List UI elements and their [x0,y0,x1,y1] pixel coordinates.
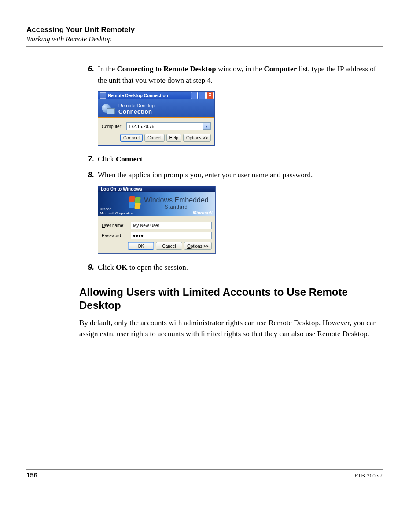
bold-text: OK [116,263,127,272]
text: window, in the [216,65,264,73]
step-7: 7. Click Connect. [79,154,383,165]
password-label: Password: [102,233,128,238]
text: In the [98,65,117,73]
options-button[interactable]: Options >> [183,134,211,142]
computer-value: 172.16.20.76 [129,124,154,129]
logon-button-row: OK Cancel Options >> [102,242,212,250]
step-number: 6. [79,63,98,86]
rdc-body: Computer: 172.16.20.76 ▾ Connect Cancel … [98,118,214,145]
computer-label: Computer: [102,124,123,129]
copyright-line2: Microsoft Corporation [100,212,133,216]
password-row: Password: ●●●● [102,232,212,239]
section-paragraph: By default, only the accounts with admin… [79,317,383,340]
step-8: 8. When the application prompts you, ent… [79,169,383,181]
rdc-window: Remote Desktop Connection _ □ X Remote D… [98,91,215,146]
copyright-text: © 2008 Microsoft Corporation [100,208,133,216]
step-number: 7. [79,154,98,165]
rdc-banner-text: Remote Desktop Connection [118,103,155,115]
section-heading: Allowing Users with Limited Accounts to … [79,286,383,312]
header-rule [26,46,383,47]
text: Click [98,263,116,272]
header-title: Accessing Your Unit Remotely [26,26,383,34]
logon-window: Log On to Windows Windows Embedded Stand… [98,186,216,254]
logon-titlebar: Log On to Windows [98,186,215,192]
model-id: FTB-200 v2 [354,472,383,479]
text: to open the session. [128,263,188,272]
step-body: When the application prompts you, enter … [98,169,383,181]
content-area: 6. In the Connecting to Remote Desktop w… [26,50,383,340]
ok-button[interactable]: OK [128,242,154,250]
guide-line [26,249,420,249]
step-number: 8. [79,169,98,181]
figure-rdc: Remote Desktop Connection _ □ X Remote D… [79,91,383,146]
rdc-title-text: Remote Desktop Connection [108,93,191,98]
connect-button[interactable]: Connect [120,134,143,142]
step-body: Click OK to open the session. [98,262,383,273]
product-line2: Standard [144,204,209,209]
rdc-banner-icon [102,102,115,115]
header-subtitle: Working with Remote Desktop [26,35,383,43]
product-name: Windows Embedded Standard [144,196,209,209]
rdc-app-icon [100,92,106,99]
microsoft-brand: Microsoft [193,210,213,215]
options-button[interactable]: Options >> [184,242,212,250]
bold-text: Connecting to Remote Desktop [117,65,216,73]
figure-logon: Log On to Windows Windows Embedded Stand… [79,186,383,254]
dropdown-arrow-icon[interactable]: ▾ [203,123,210,130]
minimize-button[interactable]: _ [191,92,198,99]
footer-rule [26,469,383,470]
step-6: 6. In the Connecting to Remote Desktop w… [79,63,383,86]
text: Click [98,155,116,163]
text: . [143,155,144,163]
logon-banner: Windows Embedded Standard © 2008 Microso… [98,192,215,216]
bold-text: Connect [116,155,142,163]
step-body: In the Connecting to Remote Desktop wind… [98,63,383,86]
product-line1: Windows Embedded [144,196,209,204]
rdc-banner: Remote Desktop Connection [98,99,214,118]
cancel-button[interactable]: Cancel [156,242,182,250]
username-row: User name: My New User [102,222,212,229]
step-body: Click Connect. [98,154,383,165]
rdc-titlebar: Remote Desktop Connection _ □ X [98,92,214,99]
window-controls: _ □ X [191,92,214,99]
banner-line2: Connection [118,108,155,115]
rdc-button-row: Connect Cancel Help Options >> [102,134,211,142]
page-header: Accessing Your Unit Remotely Working wit… [26,26,383,47]
computer-combobox[interactable]: 172.16.20.76 ▾ [126,122,211,130]
page-footer: 156 FTB-200 v2 [26,469,383,479]
banner-line1: Remote Desktop [118,103,155,108]
monitor-icon [107,108,115,114]
maximize-button[interactable]: □ [199,92,206,99]
bold-text: Computer [264,65,297,73]
step-number: 9. [79,262,98,273]
step-9: 9. Click OK to open the session. [79,262,383,273]
page-number: 156 [26,471,37,479]
computer-row: Computer: 172.16.20.76 ▾ [102,122,211,130]
close-button[interactable]: X [206,92,214,99]
help-button[interactable]: Help [166,134,182,142]
windows-flag-icon [129,196,141,209]
username-label: User name: [102,223,128,228]
password-input[interactable]: ●●●● [131,232,212,239]
logon-body: User name: My New User Password: ●●●● OK… [98,216,215,253]
username-input[interactable]: My New User [131,222,212,229]
cancel-button[interactable]: Cancel [144,134,164,142]
